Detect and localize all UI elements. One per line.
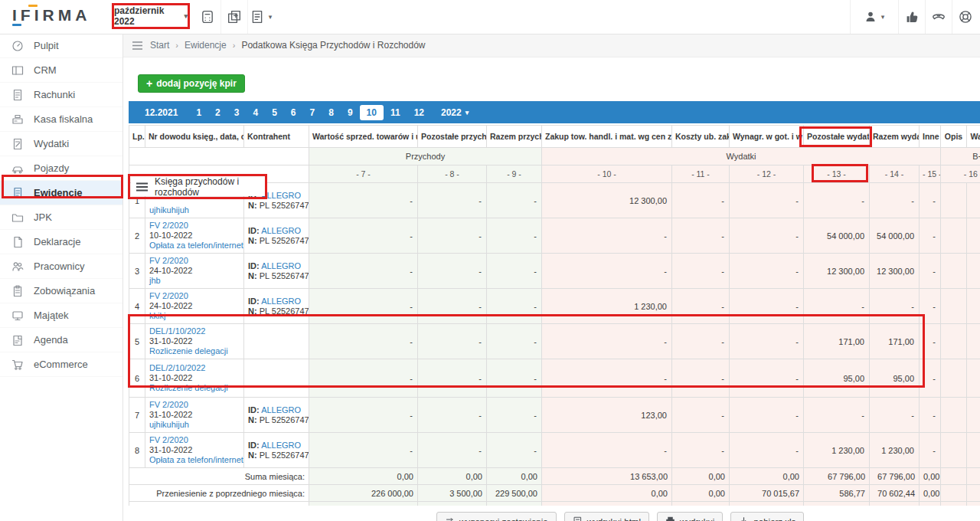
column-header[interactable]: Opis bbox=[941, 126, 967, 148]
column-header[interactable]: Wynagr. w got. i w nat. bbox=[730, 126, 804, 148]
document-description-link[interactable]: ujhikuhijuh bbox=[149, 420, 240, 430]
notes-icon[interactable]: ▾ bbox=[247, 0, 274, 34]
contractor-link[interactable]: ALLEGRO bbox=[261, 441, 301, 450]
sidebar-item-crm[interactable]: CRM bbox=[0, 58, 122, 83]
column-header[interactable]: Zakup tow. handl. i mat. wg cen zakupu bbox=[542, 126, 672, 148]
document-description-link[interactable]: Rozliczenie delegacji bbox=[149, 383, 240, 393]
column-header[interactable]: Wartość bbox=[967, 126, 980, 148]
column-number: - 16 - bbox=[941, 165, 980, 183]
month-tab-7[interactable]: 7 bbox=[303, 105, 322, 120]
summary-br-wartosc: 0,00 bbox=[967, 485, 980, 502]
contractor-link[interactable]: ALLEGRO bbox=[261, 261, 301, 270]
add-kpir-entry-button[interactable]: + dodaj pozycję kpir bbox=[138, 74, 245, 93]
column-header[interactable]: Pozostałe przychody bbox=[418, 126, 487, 148]
summary-value: 0,00 bbox=[672, 468, 730, 485]
wydrukuj-button[interactable]: wydrukuj bbox=[657, 512, 723, 521]
sidebar-item-label: eCommerce bbox=[34, 359, 88, 370]
cell-br-opis bbox=[941, 289, 967, 324]
month-tab-12[interactable]: 12 bbox=[407, 105, 431, 120]
sidebar-item-pracownicy[interactable]: Pracownicy bbox=[0, 254, 122, 279]
user-icon[interactable]: ▾ bbox=[850, 0, 898, 34]
document-date: 10-10-2022 bbox=[149, 231, 240, 241]
column-header[interactable]: Razem przychód bbox=[487, 126, 542, 148]
pobierz-xls-button[interactable]: pobierz xls bbox=[730, 512, 804, 521]
document-description-link[interactable]: Rozliczenie delegacji bbox=[149, 346, 240, 356]
sidebar-item-ecommerce[interactable]: eCommerce bbox=[0, 352, 122, 377]
column-header[interactable]: Pozostałe wydatki bbox=[804, 126, 870, 148]
column-header[interactable]: Razem wydatki bbox=[870, 126, 920, 148]
group-header-br: B+R? bbox=[941, 148, 980, 165]
month-tab-4[interactable]: 4 bbox=[246, 105, 265, 120]
contractor-link[interactable]: ALLEGRO bbox=[261, 405, 301, 415]
wygeneruj-zestawienie-button[interactable]: wygeneruj zestawienie bbox=[436, 512, 557, 521]
thumbs-up-icon[interactable] bbox=[898, 0, 925, 34]
year-selector[interactable]: 2022▾ bbox=[434, 105, 475, 120]
phone-icon[interactable] bbox=[925, 0, 952, 34]
column-header[interactable]: Wartość sprzed. towarów i usług bbox=[309, 126, 418, 148]
document-number-link[interactable]: FV 2/2020 bbox=[149, 256, 240, 266]
document-description-link[interactable]: kkikj bbox=[149, 311, 240, 321]
document-description-link[interactable]: ujhikuhijuh bbox=[149, 205, 240, 215]
sidebar-item-rachunki[interactable]: Rachunki bbox=[0, 83, 122, 107]
contractor-link[interactable]: ALLEGRO bbox=[261, 297, 301, 306]
month-tab-3[interactable]: 3 bbox=[227, 105, 247, 120]
contractor-link[interactable]: ALLEGRO bbox=[261, 226, 301, 235]
wydrukuj-html-button[interactable]: wydrukuj html bbox=[564, 512, 649, 521]
column-header[interactable]: Koszty ub. zakupu bbox=[672, 126, 730, 148]
month-tab-6[interactable]: 6 bbox=[284, 105, 303, 120]
document-number-link[interactable]: FV 2/2020 bbox=[149, 435, 240, 445]
document-description-link[interactable]: Opłata za telefon/internet bbox=[149, 241, 240, 251]
month-tab-1[interactable]: 1 bbox=[189, 105, 208, 120]
table-row: 7FV 2/202031-10-2022ujhikuhijuhID: ALLEG… bbox=[129, 398, 980, 433]
sidebar-item-ewidencje[interactable]: Ewidencje bbox=[0, 181, 122, 205]
document-number-link[interactable]: FV 2/2020 bbox=[149, 291, 240, 301]
sidebar-item-maj-tek[interactable]: Majątek bbox=[0, 303, 122, 328]
sidebar-item-pulpit[interactable]: Pulpit bbox=[0, 34, 122, 58]
month-tab-8[interactable]: 8 bbox=[322, 105, 341, 120]
new-document-icon[interactable] bbox=[220, 0, 247, 34]
month-selector-dropdown[interactable]: październik 2022 ▾ bbox=[114, 6, 188, 26]
sidebar-item-label: Zobowiązania bbox=[34, 285, 95, 297]
document-number-link[interactable]: DEL/2/10/2022 bbox=[149, 363, 240, 373]
cell-value: 54 000,00 bbox=[870, 218, 920, 254]
month-tab-5[interactable]: 5 bbox=[265, 105, 284, 120]
month-tab-9[interactable]: 9 bbox=[341, 105, 360, 120]
cell-value: 95,00 bbox=[804, 359, 870, 398]
document-number-link[interactable]: DEL/1/10/2022 bbox=[149, 326, 240, 336]
sidebar-item-wydatki[interactable]: Wydatki bbox=[0, 132, 122, 156]
month-tab-10[interactable]: 10 bbox=[360, 105, 384, 120]
ifirma-logo[interactable]: IFIRMA bbox=[12, 6, 90, 25]
sidebar-item-kasa-fiskalna[interactable]: Kasa fiskalna bbox=[0, 107, 122, 132]
document-number-link[interactable]: FV 2/2020 bbox=[149, 221, 240, 231]
column-header[interactable]: Nr dowodu księg., data, opis bbox=[145, 126, 244, 148]
cell-value: - bbox=[487, 254, 542, 289]
column-header[interactable]: Lp. bbox=[129, 126, 145, 148]
month-tab-12.2021[interactable]: 12.2021 bbox=[138, 105, 185, 120]
summary-value: 0,00 bbox=[309, 468, 418, 485]
menu-icon[interactable] bbox=[132, 41, 142, 50]
help-ring-icon[interactable] bbox=[952, 0, 978, 34]
breadcrumb-item-0[interactable]: Start bbox=[150, 40, 169, 51]
kpir-panel-header[interactable]: Księga przychodów i rozchodów bbox=[131, 177, 265, 196]
cell-value: - bbox=[487, 183, 542, 218]
cell-value: 12 300,00 bbox=[804, 254, 870, 289]
calculator-icon[interactable] bbox=[194, 0, 220, 34]
month-tab-2[interactable]: 2 bbox=[208, 105, 227, 120]
sidebar-item-jpk[interactable]: JPK bbox=[0, 205, 122, 230]
cell-value: - bbox=[487, 218, 542, 254]
document-description-link[interactable]: Opłata za telefon/internet bbox=[149, 455, 240, 465]
sidebar-item-deklaracje[interactable]: Deklaracje bbox=[0, 230, 122, 254]
sidebar-item-agenda[interactable]: Agenda bbox=[0, 328, 122, 352]
sidebar-item-pojazdy[interactable]: Pojazdy bbox=[0, 156, 122, 181]
document-description-link[interactable]: jhb bbox=[149, 276, 240, 286]
summary-label: Razem od początku roku: bbox=[129, 502, 309, 506]
month-tab-11[interactable]: 11 bbox=[384, 105, 407, 120]
sidebar-item-zobowi-zania[interactable]: Zobowiązania bbox=[0, 279, 122, 303]
column-header[interactable]: Kontrahent bbox=[244, 126, 309, 148]
breadcrumb-item-1[interactable]: Ewidencje bbox=[185, 40, 227, 51]
document-number-link[interactable]: FV 2/2020 bbox=[149, 400, 240, 410]
contractor-link[interactable]: ALLEGRO bbox=[261, 191, 301, 200]
column-header[interactable]: Inne bbox=[920, 126, 941, 148]
summary-br-opis bbox=[941, 502, 967, 506]
row-lp: 2 bbox=[129, 218, 145, 254]
